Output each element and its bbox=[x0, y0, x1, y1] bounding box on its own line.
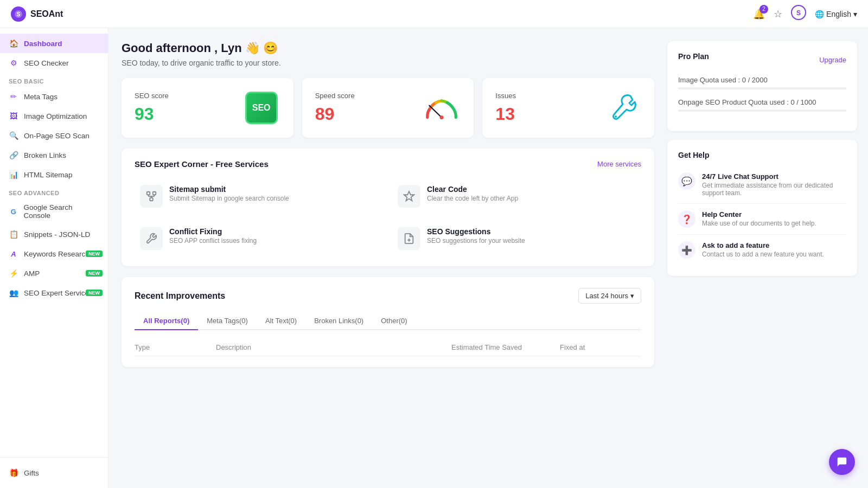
sidebar-item-gifts[interactable]: 🎁 Gifts bbox=[0, 463, 108, 483]
sidebar-item-label: Gifts bbox=[24, 469, 39, 477]
score-cards: SEO score 93 SEO Speed score 89 bbox=[122, 78, 654, 138]
meta-tags-icon: ✏ bbox=[9, 92, 18, 101]
add-feature-icon: ➕ bbox=[678, 241, 695, 259]
recent-improvements-section: Recent Improvements Last 24 hours ▾ All … bbox=[122, 277, 654, 367]
sitemap-submit-name: Sitemap submit bbox=[169, 185, 289, 194]
image-quota-bar bbox=[678, 87, 846, 89]
tab-other[interactable]: Other(0) bbox=[372, 312, 416, 330]
sidebar-item-label: AMP bbox=[24, 269, 40, 278]
clear-code-icon bbox=[398, 185, 420, 208]
sidebar-item-label: On-Page SEO Scan bbox=[24, 132, 90, 140]
seo-suggestions-desc: SEO suggestions for your website bbox=[427, 237, 525, 245]
chat-button[interactable] bbox=[829, 449, 855, 475]
conflict-fixing-name: Conflict Fixing bbox=[169, 227, 257, 236]
svg-line-4 bbox=[430, 106, 442, 118]
app-body: 🏠 Dashboard ⚙ SEO Checker SEO BASIC ✏ Me… bbox=[0, 28, 868, 488]
favorites-icon[interactable]: ☆ bbox=[774, 8, 782, 20]
new-badge-keywords: NEW bbox=[86, 251, 103, 257]
dashboard-icon: 🏠 bbox=[9, 38, 18, 48]
help-center-name: Help Center bbox=[702, 210, 816, 219]
notification-badge: 2 bbox=[760, 5, 768, 14]
table-header: Type Description Estimated Time Saved Fi… bbox=[135, 339, 641, 356]
col-fixed-at: Fixed at bbox=[560, 343, 641, 351]
amp-icon: ⚡ bbox=[9, 268, 18, 278]
service-sitemap-submit[interactable]: Sitemap submit Submit Sitemap in google … bbox=[135, 179, 384, 213]
sidebar-item-amp[interactable]: ⚡ AMP NEW bbox=[0, 264, 108, 283]
speed-score-value: 89 bbox=[315, 104, 355, 124]
svg-text:S: S bbox=[796, 9, 801, 17]
image-optimization-icon: 🖼 bbox=[9, 111, 18, 121]
upgrade-link[interactable]: Upgrade bbox=[819, 56, 846, 64]
language-selector[interactable]: 🌐 English ▾ bbox=[815, 10, 857, 18]
sidebar-item-image-optimization[interactable]: 🖼 Image Optimization bbox=[0, 106, 108, 126]
sidebar-item-seo-expert-services[interactable]: 👥 SEO Expert Services NEW bbox=[0, 283, 108, 303]
seo-expert-icon: 👥 bbox=[9, 288, 18, 298]
subtitle-text: SEO today, to drive organic traffic to y… bbox=[122, 59, 654, 67]
sidebar-item-onpage-seo[interactable]: 🔍 On-Page SEO Scan bbox=[0, 126, 108, 145]
help-item-add-feature[interactable]: ➕ Ask to add a feature Contact us to add… bbox=[678, 235, 846, 265]
onpage-quota-label: Onpage SEO Product Quota used : 0 / 1000 bbox=[678, 98, 846, 106]
header-actions: 🔔 2 ☆ S 🌐 English ▾ bbox=[753, 5, 857, 23]
live-chat-icon: 💬 bbox=[678, 172, 695, 190]
notification-bell[interactable]: 🔔 2 bbox=[753, 8, 765, 20]
expert-section: SEO Expert Corner - Free Services More s… bbox=[122, 149, 654, 266]
tab-meta-tags[interactable]: Meta Tags(0) bbox=[198, 312, 257, 330]
seo-score-label: SEO score bbox=[135, 92, 169, 100]
sidebar-item-snippets-jsonld[interactable]: 📋 Snippets - JSON-LD bbox=[0, 224, 108, 244]
snippets-icon: 📋 bbox=[9, 229, 18, 239]
help-center-desc: Make use of our documents to get help. bbox=[702, 220, 816, 227]
speed-score-label: Speed score bbox=[315, 92, 355, 100]
account-icon[interactable]: S bbox=[791, 5, 806, 23]
svg-rect-9 bbox=[150, 198, 153, 201]
clear-code-desc: Clear the code left by other App bbox=[427, 195, 518, 202]
logo-area: S SEOAnt bbox=[11, 7, 63, 22]
sidebar-item-google-search-console[interactable]: G Google Search Console bbox=[0, 198, 108, 224]
sidebar-item-label: SEO Checker bbox=[24, 59, 69, 67]
speed-score-card: Speed score 89 bbox=[302, 78, 474, 138]
new-badge-seo-expert: NEW bbox=[86, 290, 103, 296]
service-seo-suggestions[interactable]: SEO Suggestions SEO suggestions for your… bbox=[392, 222, 641, 255]
sitemap-submit-desc: Submit Sitemap in google search console bbox=[169, 195, 289, 202]
seo-suggestions-name: SEO Suggestions bbox=[427, 227, 525, 236]
dropdown-arrow-icon: ▾ bbox=[630, 292, 634, 300]
svg-point-6 bbox=[615, 115, 617, 118]
get-help-card: Get Help 💬 24/7 Live Chat Support Get im… bbox=[667, 140, 857, 276]
sidebar: 🏠 Dashboard ⚙ SEO Checker SEO BASIC ✏ Me… bbox=[0, 28, 108, 488]
more-services-link[interactable]: More services bbox=[597, 160, 641, 168]
keywords-icon: A bbox=[9, 249, 18, 259]
sidebar-item-dashboard[interactable]: 🏠 Dashboard bbox=[0, 34, 108, 53]
sidebar-item-label: Snippets - JSON-LD bbox=[24, 230, 90, 239]
service-conflict-fixing[interactable]: Conflict Fixing SEO APP conflict issues … bbox=[135, 222, 384, 255]
gifts-icon: 🎁 bbox=[9, 468, 18, 478]
issues-label: Issues bbox=[495, 92, 516, 100]
seo-checker-icon: ⚙ bbox=[9, 58, 18, 68]
svg-rect-7 bbox=[147, 192, 150, 195]
onpage-seo-icon: 🔍 bbox=[9, 131, 18, 140]
sidebar-item-html-sitemap[interactable]: 📊 HTML Sitemap bbox=[0, 165, 108, 184]
sidebar-item-label: Dashboard bbox=[24, 40, 62, 48]
image-quota-label: Image Quota used : 0 / 2000 bbox=[678, 76, 846, 84]
sidebar-item-label: Meta Tags bbox=[24, 93, 58, 101]
sidebar-item-keywords-research[interactable]: A Keywords Research NEW bbox=[0, 244, 108, 264]
help-item-help-center[interactable]: ❓ Help Center Make use of our documents … bbox=[678, 204, 846, 235]
language-label: English bbox=[826, 10, 851, 18]
new-badge-amp: NEW bbox=[86, 270, 103, 277]
help-item-live-chat[interactable]: 💬 24/7 Live Chat Support Get immediate a… bbox=[678, 166, 846, 204]
recent-title: Recent Improvements bbox=[135, 291, 225, 301]
broken-links-icon: 🔗 bbox=[9, 150, 18, 160]
sidebar-item-seo-checker[interactable]: ⚙ SEO Checker bbox=[0, 53, 108, 73]
service-clear-code[interactable]: Clear Code Clear the code left by other … bbox=[392, 179, 641, 213]
tab-broken-links[interactable]: Broken Links(0) bbox=[305, 312, 372, 330]
app-header: S SEOAnt 🔔 2 ☆ S 🌐 English ▾ bbox=[0, 0, 868, 28]
conflict-fixing-icon bbox=[140, 227, 163, 250]
seo-suggestions-icon bbox=[398, 227, 420, 250]
tab-alt-text[interactable]: Alt Text(0) bbox=[257, 312, 305, 330]
time-filter-dropdown[interactable]: Last 24 hours ▾ bbox=[578, 288, 641, 304]
report-tabs: All Reports(0) Meta Tags(0) Alt Text(0) … bbox=[135, 312, 641, 330]
sidebar-item-label: Broken Links bbox=[24, 151, 66, 159]
sidebar-bottom: 🎁 Gifts bbox=[0, 457, 108, 488]
sidebar-item-broken-links[interactable]: 🔗 Broken Links bbox=[0, 145, 108, 165]
sidebar-item-meta-tags[interactable]: ✏ Meta Tags bbox=[0, 87, 108, 106]
tab-all-reports[interactable]: All Reports(0) bbox=[135, 312, 198, 330]
speedometer-icon bbox=[423, 94, 461, 121]
